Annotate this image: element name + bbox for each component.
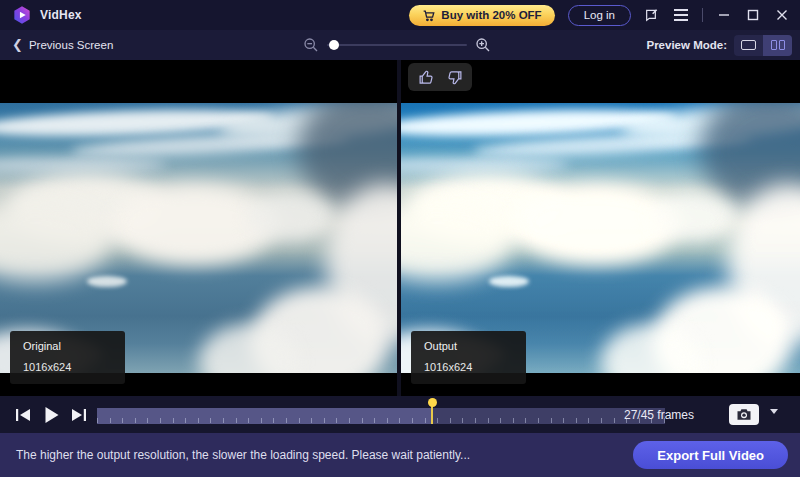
next-frame-button[interactable] (70, 406, 88, 424)
previous-frame-icon (15, 408, 31, 422)
cart-icon (422, 9, 435, 22)
app-title: VidHex (40, 8, 82, 22)
original-label-resolution: 1016x624 (23, 361, 112, 373)
minimize-button[interactable] (716, 7, 732, 23)
single-view-icon (741, 40, 756, 50)
titlebar: VidHex Buy with 20% OFF Log in (0, 0, 800, 30)
zoom-slider-knob[interactable] (329, 40, 339, 50)
frame-counter: 27/45 frames (624, 408, 694, 422)
buy-button[interactable]: Buy with 20% OFF (409, 5, 554, 26)
playback-bar: 27/45 frames (0, 396, 800, 433)
titlebar-divider (702, 8, 703, 22)
output-video-panel: Output 1016x624 (401, 60, 800, 396)
zoom-out-icon[interactable] (303, 37, 319, 53)
export-button[interactable]: Export Full Video (633, 441, 788, 469)
menu-icon[interactable] (673, 7, 689, 23)
thumbs-down-button[interactable] (444, 67, 464, 87)
preview-mode-switch (734, 35, 792, 56)
original-label-title: Original (23, 340, 112, 352)
timeline-played (97, 408, 432, 424)
footer: The higher the output resolution, the sl… (0, 433, 800, 477)
original-video-panel: Original 1016x624 (0, 60, 397, 396)
zoom-control (303, 37, 495, 53)
thumbs-down-icon (446, 69, 463, 86)
thumbs-up-button[interactable] (416, 67, 436, 87)
snapshot-dropdown-caret[interactable] (770, 409, 778, 414)
playhead[interactable] (431, 399, 433, 424)
maximize-button[interactable] (745, 7, 761, 23)
camera-icon (736, 408, 752, 421)
transport-controls (14, 406, 88, 424)
thumbs-up-icon (418, 69, 435, 86)
login-button[interactable]: Log in (568, 5, 631, 26)
previous-screen-button[interactable]: ❮ Previous Screen (12, 39, 113, 52)
output-label-title: Output (424, 340, 513, 352)
split-view-icon (771, 40, 777, 50)
play-icon (44, 407, 59, 423)
split-view-button[interactable] (763, 35, 792, 56)
feedback-icon[interactable] (644, 7, 660, 23)
zoom-in-icon[interactable] (475, 37, 491, 53)
output-label-resolution: 1016x624 (424, 361, 513, 373)
titlebar-actions: Buy with 20% OFF Log in (409, 5, 790, 26)
output-label: Output 1016x624 (411, 331, 526, 384)
timeline[interactable] (97, 408, 665, 424)
buy-button-label: Buy with 20% OFF (441, 9, 541, 21)
preview-mode-control: Preview Mode: (646, 35, 792, 56)
next-frame-icon (71, 408, 87, 422)
play-button[interactable] (42, 406, 60, 424)
comparison-viewer: Original 1016x624 Output 1016x624 (0, 60, 800, 396)
snapshot-button[interactable] (729, 404, 759, 425)
previous-frame-button[interactable] (14, 406, 32, 424)
chevron-left-icon: ❮ (12, 38, 23, 51)
zoom-slider[interactable] (327, 44, 467, 46)
previous-screen-label: Previous Screen (29, 39, 113, 51)
status-notice: The higher the output resolution, the sl… (16, 448, 470, 462)
preview-mode-label: Preview Mode: (646, 39, 727, 51)
original-label: Original 1016x624 (10, 331, 125, 384)
toolbar: ❮ Previous Screen Preview Mode: (0, 30, 800, 60)
brand: VidHex (12, 5, 82, 25)
rating-toolbar (408, 63, 472, 91)
close-button[interactable] (774, 7, 790, 23)
vidhex-logo-icon (12, 5, 32, 25)
single-view-button[interactable] (734, 35, 763, 56)
app-window: VidHex Buy with 20% OFF Log in (0, 0, 800, 477)
